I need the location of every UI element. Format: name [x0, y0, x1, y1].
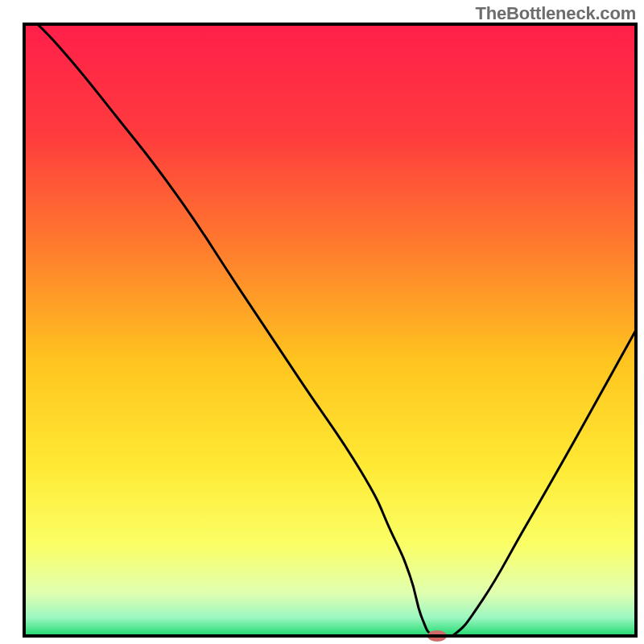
watermark-text: TheBottleneck.com: [475, 3, 636, 24]
chart-svg: [0, 0, 644, 644]
bottleneck-chart: TheBottleneck.com: [0, 0, 644, 644]
